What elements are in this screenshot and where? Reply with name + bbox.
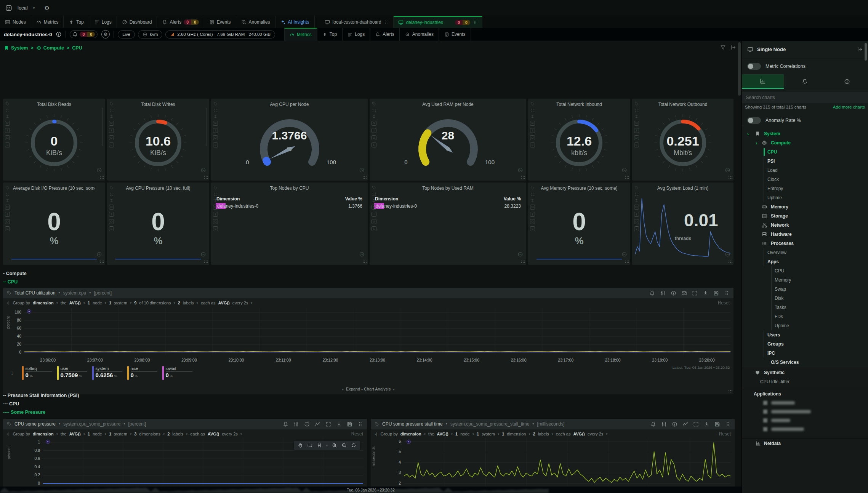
sidebar-item-hardware[interactable]: Hardware <box>742 230 868 239</box>
strip-letter-icon[interactable]: D <box>372 135 376 140</box>
sidebar-item-ipc[interactable]: IPC <box>742 349 868 358</box>
sum-icon[interactable]: Σ <box>636 115 638 118</box>
section-cpu[interactable]: -- CPU <box>3 279 18 285</box>
sidebar-item-o-s-services[interactable]: O/S Services <box>742 358 868 367</box>
sum-icon[interactable]: Σ <box>532 115 534 118</box>
strip-letter-icon[interactable]: D <box>5 135 10 140</box>
resize-handle[interactable] <box>362 260 367 264</box>
strip-letter-icon[interactable]: I <box>109 212 114 217</box>
sidebar-item-cpu[interactable]: CPU <box>742 266 868 275</box>
gauge-card-total-network-outbound[interactable]: Total Network Outbound0.251Mbit/sΣNIDL <box>632 99 733 181</box>
strip-letter-icon[interactable]: I <box>213 212 218 217</box>
strip-letter-icon[interactable]: I <box>530 128 535 133</box>
strip-letter-icon[interactable]: I <box>5 128 10 133</box>
strip-letter-icon[interactable]: D <box>109 219 114 224</box>
legend-item-softirq[interactable]: softirq0% <box>22 366 54 380</box>
resize-handle[interactable] <box>100 176 104 179</box>
gauge-card-total-disk-writes[interactable]: Total Disk Writes10.6KiB/sΣNIDL <box>107 99 209 181</box>
node-tab-metrics[interactable]: Metrics <box>284 28 317 41</box>
toolbar-token[interactable]: every 2s <box>222 432 238 436</box>
nav-tab-logs[interactable]: Logs <box>89 16 117 28</box>
sidebar-item-netdata[interactable]: Netdata <box>742 439 868 448</box>
sidebar-item-compute[interactable]: ›Compute <box>742 138 868 147</box>
fullscreen-icon[interactable] <box>635 109 639 112</box>
section-psi[interactable]: -- Pressure Stall Information (PSI) <box>3 393 79 398</box>
strip-letter-icon[interactable]: I <box>213 128 218 133</box>
anomaly-wave-icon[interactable] <box>359 251 365 257</box>
fullscreen-icon[interactable] <box>110 109 114 112</box>
sidebar-item-storage[interactable]: Storage <box>742 211 868 221</box>
toolbar-token[interactable]: every 2s <box>232 301 248 305</box>
strip-letter-icon[interactable]: N <box>372 121 376 126</box>
bell-icon[interactable] <box>650 421 656 427</box>
sidebar-item-processes[interactable]: Processes <box>742 239 868 248</box>
space-caret-icon[interactable]: ▾ <box>33 6 35 10</box>
toolbar-token[interactable]: AVG() <box>218 301 229 305</box>
strip-letter-icon[interactable]: I <box>372 212 376 217</box>
toolbar-token[interactable]: the <box>61 301 66 305</box>
resize-handle[interactable] <box>100 260 104 264</box>
add-more-charts-link[interactable]: Add more charts <box>833 105 865 109</box>
sidebar-item-system[interactable]: ›System <box>742 129 868 138</box>
fullscreen-icon[interactable] <box>531 109 535 112</box>
download-icon[interactable] <box>703 290 708 296</box>
expand-chart-analysis[interactable]: ▾Expand - Chart Analysis▾ <box>3 387 733 391</box>
sum-icon[interactable]: Σ <box>6 198 9 202</box>
strip-letter-icon[interactable]: D <box>109 135 114 140</box>
nav-tab-alerts[interactable]: Alerts00 <box>157 16 204 28</box>
card-avg-system-load-1-min-[interactable]: Avg System Load (1 min)0.01threadsΣNIDL <box>632 182 733 265</box>
toolbar-token[interactable]: AVG() <box>69 301 80 305</box>
sidebar-item-memory[interactable]: Memory <box>742 202 868 211</box>
toolbar-token[interactable]: AVG() <box>69 432 80 436</box>
strip-letter-icon[interactable]: D <box>372 219 376 224</box>
info-icon[interactable] <box>672 421 677 427</box>
strip-letter-icon[interactable]: N <box>634 205 639 210</box>
nav-tab-ai-insights[interactable]: AI Insights <box>275 16 315 28</box>
sum-icon[interactable]: Σ <box>373 115 375 118</box>
toolbar-token[interactable]: the <box>61 432 66 436</box>
anomaly-wave-icon[interactable] <box>200 251 206 257</box>
sum-icon[interactable]: Σ <box>111 198 113 202</box>
card-top-nodes-by-cpu[interactable]: Top Nodes by CPUDimensionValue %delaney-… <box>211 182 368 265</box>
resize-handle[interactable] <box>625 260 629 264</box>
fullscreen-icon[interactable] <box>372 192 376 196</box>
zigzag-icon[interactable] <box>315 421 320 427</box>
table-row[interactable]: delaney-industries-028.3223 <box>375 203 521 209</box>
save-icon[interactable] <box>714 421 720 427</box>
resize-handle[interactable] <box>521 176 525 179</box>
strip-letter-icon[interactable]: N <box>213 121 218 126</box>
tune-icon[interactable] <box>660 290 666 296</box>
nav-tab-top[interactable]: Top <box>64 16 89 28</box>
download-icon[interactable] <box>704 421 709 427</box>
fullscreen-icon[interactable] <box>325 421 331 427</box>
strip-letter-icon[interactable]: N <box>530 121 535 126</box>
chart-card-total-cpu-utilization[interactable]: Total CPU utilization•system.cpu•[percen… <box>3 288 733 394</box>
strip-letter-icon[interactable]: N <box>5 205 10 210</box>
fullscreen-icon[interactable] <box>635 192 639 196</box>
toolbar-token[interactable]: each as <box>201 301 216 305</box>
anomaly-wave-icon[interactable] <box>725 167 730 173</box>
section-compute[interactable]: - Compute <box>3 271 27 276</box>
info-icon[interactable] <box>304 421 310 427</box>
blurred-application-item[interactable] <box>742 399 868 407</box>
strip-letter-icon[interactable]: L <box>5 142 10 147</box>
node-tab-events[interactable]: Events <box>439 28 471 41</box>
node-alerts-capsule[interactable]: 00 <box>70 30 98 38</box>
toolbar-token[interactable]: 1 <box>88 301 90 305</box>
tab-drag-handle-icon[interactable] <box>473 20 477 25</box>
section-psi-cpu[interactable]: --- CPU <box>3 401 19 407</box>
card-avg-memory-pressure-10-sec-some-[interactable]: Avg Memory Pressure (10 sec, some)0%ΣNID… <box>528 182 630 265</box>
collapse-sections-icon[interactable] <box>730 45 736 50</box>
sidebar-item-network[interactable]: Network <box>742 221 868 230</box>
pill-2-60-ghz[interactable]: 2.60 GHz ( Cores) - 7.69 GiB RAM - 240.0… <box>165 30 275 38</box>
table-row[interactable]: delaney-industries-01.3766 <box>216 203 362 209</box>
anomaly-wave-icon[interactable] <box>96 167 102 173</box>
resize-handle[interactable] <box>204 176 208 179</box>
strip-letter-icon[interactable]: D <box>634 135 639 140</box>
zigzag-icon[interactable] <box>682 421 688 427</box>
toolbar-token[interactable]: the <box>428 432 434 436</box>
nav-tab-metrics[interactable]: Metrics <box>31 16 64 28</box>
window-tab-local-custom-dashboard[interactable]: local-custom-dashboard <box>320 16 394 28</box>
toolbar-token[interactable]: each as <box>190 432 205 436</box>
grip-icon[interactable] <box>725 421 731 427</box>
